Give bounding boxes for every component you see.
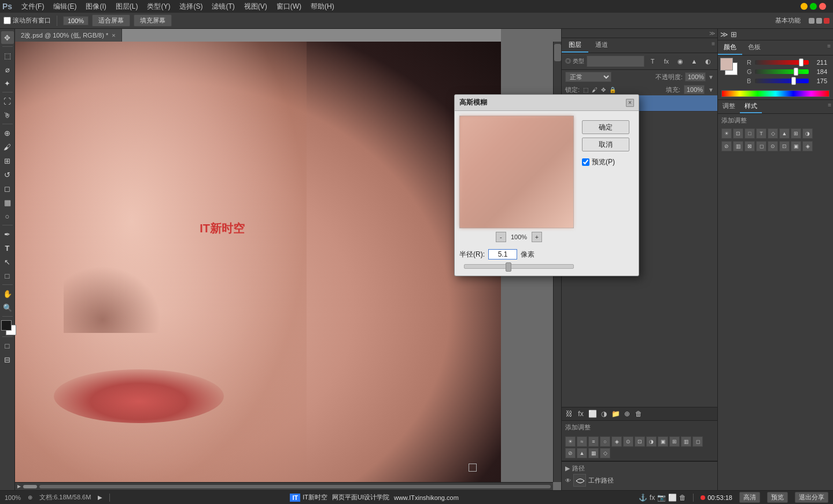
document-tab-close[interactable]: × [112, 32, 115, 39]
filter-icon-fx[interactable]: fx [661, 55, 672, 67]
adj-icon-13[interactable]: ⊙ [768, 141, 778, 151]
adj-posterize[interactable]: ⊘ [565, 448, 576, 458]
adj-icon-6[interactable]: ▲ [779, 128, 790, 139]
path-eye[interactable]: 👁 [565, 477, 571, 484]
status-icon-camera[interactable]: 📷 [657, 494, 666, 502]
window-close[interactable] [819, 3, 826, 10]
menu-file[interactable]: 文件(F) [17, 1, 49, 13]
panel-expand-btn[interactable]: ≫ [709, 30, 715, 36]
fg-color-box[interactable] [720, 58, 733, 71]
move-tool[interactable]: ✥ [1, 31, 14, 44]
path-item[interactable]: 👁 工作路径 [565, 473, 714, 488]
tab-swatches[interactable]: 色板 [742, 40, 766, 55]
add-adjustment-label[interactable]: 添加调整 [718, 114, 833, 127]
adj-icon-7[interactable]: ⊞ [791, 128, 801, 139]
adj-invert[interactable]: ◻ [692, 436, 703, 447]
adj-photo-filter[interactable]: ▣ [658, 436, 668, 447]
status-icon-anchor[interactable]: ⚓ [639, 494, 647, 502]
menu-view[interactable]: 视图(V) [239, 1, 272, 13]
screen-mode-tool[interactable]: ⊟ [1, 353, 14, 366]
status-icon-mask[interactable]: ⬜ [668, 494, 677, 502]
color-panel-toggle[interactable]: ≫ [720, 30, 728, 39]
adj-icon-4[interactable]: T [756, 128, 766, 139]
adj-panel-toggle[interactable]: ⊞ [731, 30, 737, 39]
pen-tool[interactable]: ✒ [1, 228, 14, 240]
opacity-input[interactable] [685, 72, 706, 81]
status-arrow[interactable]: ▶ [98, 494, 102, 501]
tab-color[interactable]: 颜色 [718, 40, 742, 55]
healing-brush-tool[interactable]: ⊕ [1, 127, 14, 139]
adj-brightness[interactable]: ☀ [565, 436, 576, 447]
menu-window[interactable]: 窗口(W) [272, 1, 306, 13]
window-ctrl-2[interactable] [816, 18, 822, 24]
adj-gradient-map[interactable]: ▦ [588, 448, 599, 458]
foreground-color-swatch[interactable] [1, 320, 12, 331]
scroll-left-arrow[interactable]: ▶ [17, 484, 21, 489]
radius-slider-thumb[interactable] [506, 262, 511, 272]
lasso-tool[interactable]: ⌀ [1, 63, 14, 76]
zoom-out-btn[interactable]: - [496, 232, 506, 242]
adj-icon-16[interactable]: ◈ [802, 141, 813, 151]
adj-bw[interactable]: ◑ [646, 436, 657, 447]
adj-color-lookup[interactable]: ▥ [681, 436, 691, 447]
window-ctrl-1[interactable] [809, 18, 814, 24]
preview-button[interactable]: 预览 [767, 492, 788, 503]
adj-icon-15[interactable]: ▣ [791, 141, 801, 151]
adj-color-balance[interactable]: ⊡ [635, 436, 645, 447]
scroll-all-windows-checkbox[interactable]: 滚动所有窗口 [3, 16, 51, 25]
window-ctrl-3[interactable] [824, 18, 830, 24]
dialog-close-button[interactable]: × [626, 99, 634, 107]
adj-icon-11[interactable]: ⊠ [744, 141, 755, 151]
new-layer-btn[interactable]: ⊕ [622, 409, 632, 419]
tab-channels[interactable]: 通道 [588, 38, 615, 53]
brush-tool[interactable]: 🖌 [1, 140, 14, 153]
lock-position-icon[interactable]: ✥ [601, 87, 606, 93]
delete-layer-btn[interactable]: 🗑 [633, 409, 644, 419]
adj-hue-sat[interactable]: ⊙ [623, 436, 633, 447]
adj-levels[interactable]: ≡ [588, 436, 599, 447]
crop-tool[interactable]: ⛶ [1, 95, 14, 108]
magic-wand-tool[interactable]: ✦ [1, 77, 14, 90]
fill-screen-button[interactable]: 填充屏幕 [134, 14, 172, 27]
status-icon-fx[interactable]: fx [650, 494, 655, 502]
scroll-play-btn[interactable] [23, 485, 37, 488]
lock-all-icon[interactable]: 🔒 [609, 87, 616, 93]
color-panel-menu[interactable]: ≡ [825, 40, 833, 55]
path-selection-tool[interactable]: ↖ [1, 255, 14, 268]
layers-panel-menu[interactable]: ≡ [709, 38, 717, 53]
radius-slider[interactable] [464, 264, 574, 269]
dialog-cancel-button[interactable]: 取消 [582, 138, 629, 151]
filter-toggle[interactable]: ◐ [702, 55, 714, 67]
adj-curves[interactable]: ≈ [577, 436, 587, 447]
menu-image[interactable]: 图像(I) [81, 1, 110, 13]
zoom-in-btn[interactable]: + [532, 232, 542, 242]
lock-transparent-icon[interactable]: ⬚ [583, 87, 588, 93]
eraser-tool[interactable]: ◻ [1, 182, 14, 195]
status-icon-delete[interactable]: 🗑 [679, 494, 686, 502]
adj-channel-mixer[interactable]: ⊞ [669, 436, 680, 447]
shape-tool[interactable]: □ [1, 269, 14, 282]
adj-styles-menu[interactable]: ≡ [826, 100, 833, 113]
type-tool[interactable]: T [1, 242, 14, 254]
color-swatches[interactable] [1, 320, 14, 333]
adj-icon-10[interactable]: ▥ [733, 141, 743, 151]
horizontal-scrollbar[interactable]: ▶ [15, 482, 553, 490]
link-layers-btn[interactable]: ⛓ [564, 409, 574, 419]
menu-select[interactable]: 选择(S) [175, 1, 207, 13]
zoom-input[interactable] [63, 16, 89, 25]
adj-icon-1[interactable]: ☀ [721, 128, 732, 139]
h-scroll-thumb[interactable] [39, 485, 551, 488]
menu-help[interactable]: 帮助(H) [306, 1, 339, 13]
dialog-titlebar[interactable]: 高斯模糊 × [455, 95, 639, 111]
adj-selective-color[interactable]: ◇ [600, 448, 610, 458]
adj-vibrance[interactable]: ◈ [611, 436, 622, 447]
window-maximize[interactable] [810, 3, 817, 10]
tab-styles-panel[interactable]: 样式 [740, 100, 762, 113]
selection-tool[interactable]: ⬚ [1, 49, 14, 62]
gradient-tool[interactable]: ▦ [1, 196, 14, 209]
layer-search-input[interactable] [587, 55, 644, 67]
color-spectrum[interactable] [721, 90, 830, 97]
tab-layers[interactable]: 图层 [562, 38, 588, 53]
lock-image-icon[interactable]: 🖌 [592, 87, 598, 93]
zoom-tool[interactable]: 🔍 [1, 301, 14, 314]
